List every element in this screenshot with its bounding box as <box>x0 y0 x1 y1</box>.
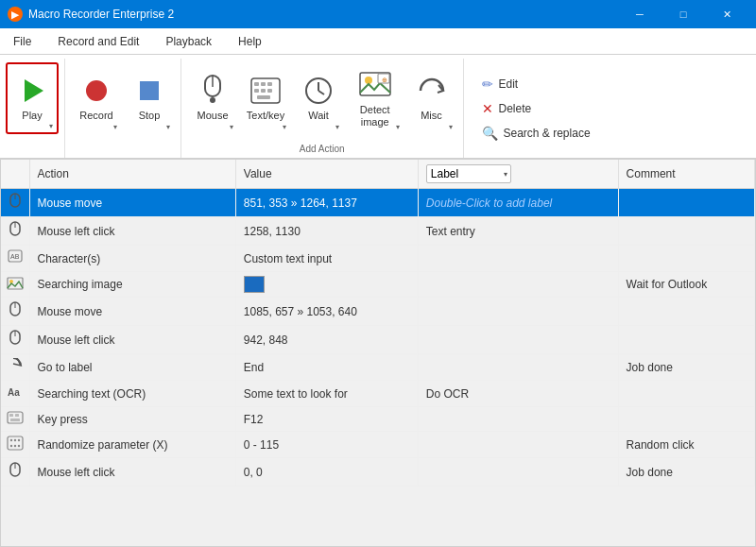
svg-rect-33 <box>15 414 19 417</box>
svg-text:Aa: Aa <box>8 387 20 398</box>
menu-playback[interactable]: Playback <box>152 28 225 55</box>
mouse-icon <box>196 74 230 108</box>
value-cell-wrap: F12 <box>235 407 418 432</box>
table-row[interactable]: Mouse left click 1258, 1130 Text entry <box>1 217 755 246</box>
table-row[interactable]: Searching image Wait for Outlook <box>1 272 755 298</box>
stop-arrow: ▾ <box>166 123 170 131</box>
comment-cell <box>618 298 754 326</box>
menu-help[interactable]: Help <box>225 28 275 55</box>
image-icon <box>7 279 24 293</box>
value-cell: 1258, 1130 <box>244 225 301 238</box>
close-button[interactable]: ✕ <box>705 0 748 28</box>
label-cell: Do OCR <box>418 381 618 407</box>
action-cell: Mouse left click <box>29 326 235 354</box>
key-icon <box>7 413 24 427</box>
comment-cell <box>618 217 754 246</box>
value-cell-wrap: 942, 848 <box>235 326 418 354</box>
svg-rect-9 <box>267 89 272 93</box>
search-replace-button[interactable]: 🔍 Search & replace <box>475 123 746 144</box>
table-row[interactable]: Go to label End Job done <box>1 354 755 381</box>
svg-text:AB: AB <box>10 253 20 260</box>
value-cell: 1085, 657 » 1053, 640 <box>244 305 357 318</box>
label-dropdown[interactable]: Label Group Custom <box>426 164 511 183</box>
ocr-icon: Aa <box>7 388 24 402</box>
search-replace-label: Search & replace <box>504 127 591 140</box>
stop-button[interactable]: Stop ▾ <box>124 62 175 134</box>
minimize-button[interactable]: ─ <box>618 0 662 28</box>
right-actions: ✏ Edit ✕ Delete 🔍 Search & replace <box>464 59 757 158</box>
table-row[interactable]: Mouse left click 942, 848 <box>1 326 755 354</box>
value-cell-wrap: Some text to look for <box>235 381 418 407</box>
maximize-button[interactable]: □ <box>662 0 705 28</box>
col-action: Action <box>29 160 235 189</box>
search-circle-icon: 🔍 <box>482 126 498 141</box>
value-cell-wrap <box>235 272 418 298</box>
detect-image-label: Detect image <box>354 104 396 128</box>
textkey-icon <box>249 74 283 108</box>
svg-rect-4 <box>254 82 259 86</box>
table-row[interactable]: Key press F12 <box>1 407 755 432</box>
misc-button[interactable]: Misc ▾ <box>406 62 457 134</box>
title-bar: ▶ Macro Recorder Enterprise 2 ─ □ ✕ <box>0 0 756 28</box>
label-cell <box>418 298 618 326</box>
wait-arrow: ▾ <box>335 123 339 131</box>
menu-file[interactable]: File <box>0 28 44 55</box>
table-row[interactable]: Mouse left click 0, 0 Job done <box>1 458 755 487</box>
mouse-icon <box>9 198 22 213</box>
svg-rect-6 <box>267 82 272 86</box>
row-icon-cell <box>1 217 29 246</box>
comment-cell: Random click <box>618 432 754 458</box>
comment-cell: Job done <box>618 458 754 487</box>
misc-arrow: ▾ <box>449 123 453 131</box>
edit-action-button[interactable]: ✏ Edit <box>475 74 746 94</box>
detect-image-icon: ⊕ <box>358 68 392 102</box>
action-cell: Character(s) <box>29 246 235 272</box>
menu-record-edit[interactable]: Record and Edit <box>44 28 152 55</box>
delete-label: Delete <box>499 102 532 115</box>
mouse-icon <box>9 227 22 241</box>
mouse-icon <box>9 468 22 482</box>
stop-icon <box>132 74 166 108</box>
table-row[interactable]: Mouse move 851, 353 » 1264, 1137 Double-… <box>1 189 755 217</box>
textkey-button[interactable]: Text/key ▾ <box>240 62 291 134</box>
wait-button[interactable]: Wait ▾ <box>293 62 344 134</box>
table-row[interactable]: Aa Searching text (OCR) Some text to loo… <box>1 381 755 407</box>
mouse-button[interactable]: Mouse ▾ <box>187 62 238 134</box>
value-cell-wrap: Custom text input <box>235 246 418 272</box>
comment-cell <box>618 326 754 354</box>
label-select-wrap[interactable]: Label Group Custom ▾ <box>426 164 511 183</box>
comment-cell <box>618 189 754 217</box>
misc-icon <box>415 74 449 108</box>
row-icon-cell: Aa <box>1 381 29 407</box>
add-action-buttons: Mouse ▾ Text/key ▾ <box>187 59 457 142</box>
svg-point-2 <box>210 97 215 103</box>
col-value: Value <box>235 160 418 189</box>
record-label: Record <box>79 110 112 122</box>
play-arrow: ▾ <box>49 122 53 130</box>
table-row[interactable]: Mouse move 1085, 657 » 1053, 640 <box>1 298 755 326</box>
svg-point-41 <box>18 445 20 447</box>
action-cell: Mouse move <box>29 189 235 217</box>
svg-rect-32 <box>9 414 13 417</box>
table-row[interactable]: AB Character(s) Custom text input <box>1 246 755 272</box>
x-icon: ✕ <box>482 101 493 116</box>
delete-action-button[interactable]: ✕ Delete <box>475 98 746 119</box>
stop-label: Stop <box>139 110 161 122</box>
action-cell: Searching image <box>29 272 235 298</box>
record-button[interactable]: Record ▾ <box>71 62 122 134</box>
play-button[interactable]: Play ▾ <box>6 62 59 134</box>
comment-cell: Wait for Outlook <box>618 272 754 298</box>
col-comment: Comment <box>618 160 754 189</box>
value-cell: 0 - 115 <box>244 438 279 452</box>
comment-cell <box>618 246 754 272</box>
value-cell: Custom text input <box>244 252 332 265</box>
table-container[interactable]: Action Value Label Group Custom ▾ Commen <box>0 159 756 547</box>
value-cell-wrap: 1085, 657 » 1053, 640 <box>235 298 418 326</box>
comment-cell: Job done <box>618 354 754 381</box>
table-row[interactable]: Randomize parameter (X) 0 - 115 Random c… <box>1 432 755 458</box>
mouse-arrow: ▾ <box>230 123 233 131</box>
value-cell: 851, 353 » 1264, 1137 <box>244 197 357 210</box>
value-cell-wrap: 1258, 1130 <box>235 217 418 246</box>
record-icon <box>79 74 113 108</box>
detect-image-button[interactable]: ⊕ Detect image ▾ <box>346 62 404 134</box>
